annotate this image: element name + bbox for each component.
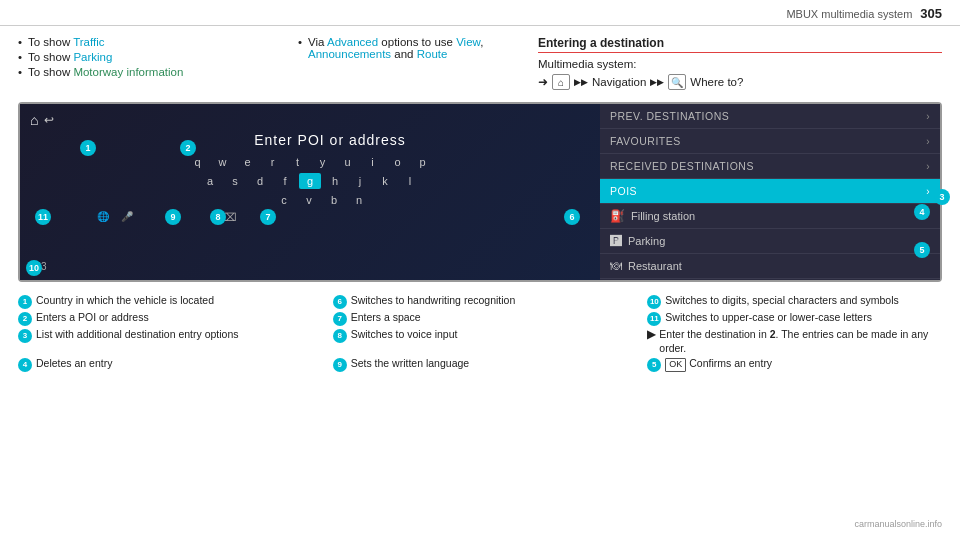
page-number: 305: [920, 6, 942, 21]
key-s[interactable]: s: [224, 173, 246, 189]
key-l[interactable]: l: [399, 173, 421, 189]
legend-num-6: 6: [333, 295, 347, 309]
key-y[interactable]: y: [312, 154, 334, 170]
menu-prev-destinations[interactable]: PREV. DESTINATIONS ›: [600, 104, 940, 129]
page-title-text: MBUX multimedia system: [786, 8, 912, 20]
menu-received-label: RECEIVED DESTINATIONS: [610, 160, 754, 172]
legend-text-8: Switches to voice input: [351, 328, 458, 342]
menu-favourites[interactable]: FAVOURITES ›: [600, 129, 940, 154]
mic-icon[interactable]: 🎤: [121, 211, 133, 224]
legend-num-2: 2: [18, 312, 32, 326]
menu-pois[interactable]: POIS ›: [600, 179, 940, 204]
key-i[interactable]: i: [362, 154, 384, 170]
poi-filling-station[interactable]: ⛽ Filling station: [600, 204, 940, 229]
home-icon: ⌂: [552, 74, 570, 90]
mid-bullet-list: Via Advanced options to use View,Announc…: [298, 36, 518, 60]
key-n[interactable]: n: [348, 192, 370, 208]
key-f[interactable]: f: [274, 173, 296, 189]
key-j[interactable]: j: [349, 173, 371, 189]
keyboard-bottom-row: ⇧ 🌐 🎤 ⌫: [30, 211, 590, 224]
screen-home-icon[interactable]: ⌂: [30, 112, 38, 128]
key-b[interactable]: b: [323, 192, 345, 208]
key-r[interactable]: r: [262, 154, 284, 170]
legend-3: 3 List with additional destination entry…: [18, 328, 313, 355]
legend-text-1: Country in which the vehicle is located: [36, 294, 214, 308]
multimedia-label: Multimedia system:: [538, 58, 942, 70]
callout-8: 8: [210, 209, 226, 225]
key-w[interactable]: w: [212, 154, 234, 170]
bullet-item-1: To show Traffic: [18, 36, 278, 48]
callout-6: 6: [564, 209, 580, 225]
arrow-icon: ▶: [647, 328, 655, 342]
key-q[interactable]: q: [187, 154, 209, 170]
motorway-link[interactable]: Motorway information: [73, 66, 183, 78]
key-c[interactable]: c: [273, 192, 295, 208]
key-g[interactable]: g: [299, 173, 321, 189]
bullet-list: To show Traffic To show Parking To show …: [18, 36, 278, 78]
view-link[interactable]: View: [456, 36, 480, 48]
left-bullets: To show Traffic To show Parking To show …: [18, 36, 278, 90]
advanced-link[interactable]: Advanced: [327, 36, 378, 48]
poi-parking-label: Parking: [628, 235, 665, 247]
entering-heading: Entering a destination: [538, 36, 942, 53]
legend-num-1: 1: [18, 295, 32, 309]
screen-keyboard: ⌂ ↩ Enter POI or address q w e r t y u i…: [20, 104, 600, 280]
nav-arrow-start: ➜: [538, 75, 548, 89]
legend-5: 5 OK Confirms an entry: [647, 357, 942, 372]
key-o[interactable]: o: [387, 154, 409, 170]
key-a[interactable]: a: [199, 173, 221, 189]
key-d[interactable]: d: [249, 173, 271, 189]
menu-received-destinations[interactable]: RECEIVED DESTINATIONS ›: [600, 154, 940, 179]
ok-box: OK: [665, 358, 686, 372]
screen-inner: ⌂ ↩ Enter POI or address q w e r t y u i…: [20, 104, 940, 280]
menu-fav-label: FAVOURITES: [610, 135, 681, 147]
legend-text-3: List with additional destination entry o…: [36, 328, 239, 342]
parking-link[interactable]: Parking: [73, 51, 112, 63]
keyboard-row-3: c v b n: [30, 192, 590, 208]
callout-9: 9: [165, 209, 181, 225]
poi-restaurant[interactable]: 🍽 Restaurant: [600, 254, 940, 279]
legend-text-arrow: Enter the destination in 2. The entries …: [659, 328, 942, 355]
chevron-icon-1: ›: [926, 111, 930, 122]
mid-bullets: Via Advanced options to use View,Announc…: [298, 36, 518, 90]
legend-num-7: 7: [333, 312, 347, 326]
callout-10: 10: [26, 260, 42, 276]
screen-container: ⌂ ↩ Enter POI or address q w e r t y u i…: [18, 102, 942, 282]
nav-navigation-label: Navigation: [592, 76, 646, 88]
legend-arrow: ▶ Enter the destination in 2. The entrie…: [647, 328, 942, 355]
callout-5: 5: [914, 242, 930, 258]
mid-bullet-1: Via Advanced options to use View,Announc…: [298, 36, 518, 60]
chevron-icon-2: ›: [926, 136, 930, 147]
key-t[interactable]: t: [287, 154, 309, 170]
key-h[interactable]: h: [324, 173, 346, 189]
parking-icon: 🅿: [610, 234, 622, 248]
callout-1: 1: [80, 140, 96, 156]
legend-num-3: 3: [18, 329, 32, 343]
key-p[interactable]: p: [412, 154, 434, 170]
legend-num-11: 11: [647, 312, 661, 326]
callout-3: 3: [934, 189, 950, 205]
route-link[interactable]: Route: [417, 48, 448, 60]
keyboard-row-2: a s d f g h j k l: [30, 173, 590, 189]
callout-4: 4: [914, 204, 930, 220]
traffic-link[interactable]: Traffic: [73, 36, 104, 48]
key-u[interactable]: u: [337, 154, 359, 170]
menu-pois-label: POIS: [610, 185, 637, 197]
key-k[interactable]: k: [374, 173, 396, 189]
keyboard-row-1: q w e r t y u i o p: [30, 154, 590, 170]
screen-topbar: ⌂ ↩: [30, 112, 590, 128]
globe-icon[interactable]: 🌐: [97, 211, 109, 224]
callout-11: 11: [35, 209, 51, 225]
main-content: To show Traffic To show Parking To show …: [0, 26, 960, 96]
legend-text-5: OK Confirms an entry: [665, 357, 772, 372]
restaurant-icon: 🍽: [610, 259, 622, 273]
bullet-item-3: To show Motorway information: [18, 66, 278, 78]
legend-num-9: 9: [333, 358, 347, 372]
nav-path: ➜ ⌂ ▶▶ Navigation ▶▶ 🔍 Where to?: [538, 74, 942, 90]
screen-back-icon[interactable]: ↩: [44, 113, 54, 127]
key-v[interactable]: v: [298, 192, 320, 208]
poi-parking[interactable]: 🅿 Parking: [600, 229, 940, 254]
key-e[interactable]: e: [237, 154, 259, 170]
announcements-link[interactable]: Announcements: [308, 48, 391, 60]
legend-7: 7 Enters a space: [333, 311, 628, 326]
